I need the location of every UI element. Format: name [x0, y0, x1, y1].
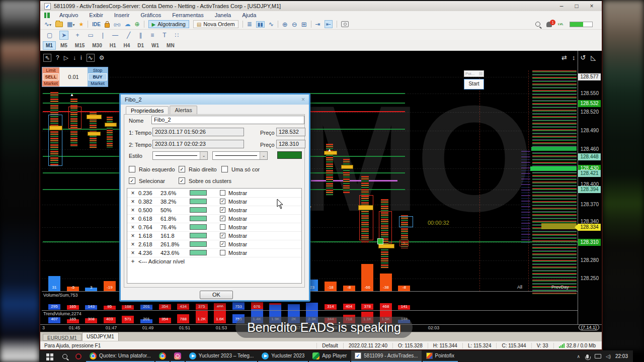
chart-tab-usdjpy-m1[interactable]: USDJPY,M1 [82, 332, 119, 341]
timeframe-m5[interactable]: M5 [57, 41, 70, 50]
level-color-swatch[interactable] [190, 207, 207, 213]
taskbar-item-chrome[interactable] [155, 350, 170, 362]
timeframe-d1[interactable]: D1 [134, 41, 147, 50]
trendline-tool-icon[interactable]: ╱ [125, 31, 132, 39]
pointofix-start-button[interactable]: Start [464, 79, 484, 89]
level-color-swatch[interactable] [190, 233, 207, 238]
time2-input[interactable]: 2023.01.17 02:02:23 [152, 140, 244, 148]
taskbar-item-app-player[interactable]: App Player [309, 350, 350, 362]
menu-item-exibir[interactable]: Exibir [84, 12, 109, 18]
checkbox-uma-so-cor[interactable] [221, 166, 228, 172]
timeframe-m1[interactable]: M1 [43, 41, 56, 50]
taskbar-item-instagram[interactable] [171, 350, 185, 362]
indicator-window-icon[interactable]: ∿ [87, 54, 95, 62]
text-tool-icon[interactable]: T [161, 31, 168, 39]
channel-tool-icon[interactable]: ▭ [86, 31, 95, 39]
volume-input[interactable]: 0.01 [59, 67, 88, 86]
panel-separator[interactable] [42, 310, 578, 311]
price2-input[interactable]: 128.310 [276, 140, 305, 148]
microphone-icon[interactable] [586, 354, 589, 358]
select-box-tool-icon[interactable]: ▢ [45, 31, 54, 39]
level-show-checkbox[interactable] [220, 250, 225, 255]
pointofix-button-icon[interactable] [479, 72, 482, 75]
buy-button[interactable]: Stop BUY Market [88, 67, 108, 86]
crosshair-tool-icon[interactable]: + [74, 31, 80, 39]
level-show-checkbox[interactable]: ✓ [220, 241, 225, 247]
taskbar-clock[interactable]: 22:03 [615, 353, 628, 359]
chart-tab-eurusd-m1[interactable]: EURUSD,M1 [43, 334, 82, 341]
tray-chevron-icon[interactable]: ∧ [577, 354, 580, 359]
minimize-button[interactable]: – [555, 3, 568, 10]
reset-zoom-icon[interactable]: ↺ [580, 54, 586, 61]
price1-input[interactable]: 128.532 [276, 128, 305, 136]
tile-windows-icon[interactable]: ⊞ [301, 21, 307, 28]
favorites-star-icon[interactable]: ★ [78, 21, 84, 28]
chart-shift-icon[interactable]: ⇤ [325, 20, 333, 28]
settings-gear-icon[interactable]: ⚙ [99, 54, 105, 61]
menu-item-janela[interactable]: Janela [209, 12, 236, 18]
taskbar-item-telegram-2[interactable]: Yucluster 2023 [258, 350, 308, 362]
bar-chart-icon[interactable]: ≣ [247, 21, 252, 28]
level-show-checkbox[interactable]: ✓ [220, 216, 225, 221]
checkbox-raio-direito[interactable]: ✓ [179, 166, 185, 172]
zoom-in-icon[interactable]: ⊕ [282, 21, 288, 28]
line-width-select[interactable]: ⌄ [212, 151, 268, 160]
zoom-out-icon[interactable]: ⊖ [292, 21, 297, 28]
menu-item-graficos[interactable]: Gráficos [135, 12, 167, 18]
start-button[interactable] [41, 350, 58, 362]
fibo-color-swatch[interactable] [277, 151, 302, 159]
parallel-lines-tool-icon[interactable]: ∥ [137, 31, 143, 39]
scale-vertical-icon[interactable]: ↕ [572, 54, 576, 61]
level-color-swatch[interactable] [190, 241, 207, 247]
taskbar-item-browser[interactable] [72, 350, 85, 362]
add-level-row[interactable]: +<--- Adicionar nível [127, 257, 301, 265]
level-color-swatch[interactable] [190, 250, 207, 255]
close-button[interactable]: × [586, 3, 598, 10]
taskbar-item-telegram-1[interactable]: Yucluster 2023 – Teleg... [186, 350, 257, 362]
remove-level-icon[interactable]: × [127, 215, 138, 222]
dialog-close-icon[interactable]: × [301, 96, 305, 103]
cloud-icon[interactable]: ☁ [124, 21, 130, 28]
timeframe-m30[interactable]: M30 [89, 41, 105, 50]
new-order-button[interactable]: ▤Nova Ordem [193, 20, 238, 28]
line-style-select[interactable]: ⌄ [152, 151, 208, 160]
timeframe-h4[interactable]: H4 [121, 41, 133, 50]
level-show-checkbox[interactable]: ✓ [220, 207, 225, 213]
menu-item-arquivo[interactable]: Arquivo [54, 12, 84, 18]
timeframe-w1[interactable]: W1 [148, 41, 162, 50]
cursor-tool-icon[interactable]: ➤ [59, 31, 68, 40]
menu-item-ferramentas[interactable]: Ferramentas [167, 12, 209, 18]
remove-level-icon[interactable]: × [127, 207, 138, 214]
scale-horizontal-icon[interactable]: ⇄ [561, 54, 567, 61]
horizontal-line-tool-icon[interactable]: — [111, 31, 120, 39]
cursor-mode-icon[interactable]: ⇖ [43, 54, 51, 62]
level-show-checkbox[interactable] [220, 190, 225, 196]
level-color-swatch[interactable] [190, 199, 207, 204]
remove-level-icon[interactable]: × [127, 224, 138, 231]
profile-all-label[interactable]: All [517, 285, 522, 290]
remove-level-icon[interactable]: × [127, 232, 138, 239]
profiles-folder-icon[interactable] [55, 22, 63, 27]
line-chart-icon[interactable]: ∿ [269, 21, 274, 28]
taskbar-search-button[interactable] [59, 350, 71, 362]
remove-level-icon[interactable]: × [127, 198, 138, 205]
time1-input[interactable]: 2023.01.17 01:50:26 [152, 128, 244, 136]
profile-prevday-label[interactable]: PrevDay [551, 285, 569, 290]
download-icon[interactable]: ↓ [73, 54, 76, 61]
chart-type-icon[interactable]: ∿▾ [44, 21, 51, 28]
auto-scroll-icon[interactable]: ⇥ [315, 21, 320, 28]
remove-level-icon[interactable]: × [127, 249, 138, 256]
timeframe-m15[interactable]: M15 [72, 41, 88, 50]
network-monitor-icon[interactable] [595, 354, 601, 358]
checkbox-raio-esquerdo[interactable] [129, 166, 135, 172]
taskbar-item-terminal[interactable]: 5811099 - ActivTrades... [351, 350, 421, 362]
taskbar-item-pointofix[interactable]: Pointofix [423, 350, 458, 362]
info-icon[interactable]: i [80, 54, 82, 61]
sell-button[interactable]: Limit SELL Market [42, 67, 59, 86]
timeframe-h1[interactable]: H1 [107, 41, 119, 50]
notifications-bell-icon[interactable]: 1 [546, 22, 552, 27]
name-input[interactable]: Fibo_2 [151, 116, 304, 124]
checkbox-selecionar[interactable]: ✓ [129, 177, 135, 184]
shapes-tool-icon[interactable]: ∷ [173, 31, 180, 39]
level-show-checkbox[interactable]: ✓ [220, 233, 225, 238]
